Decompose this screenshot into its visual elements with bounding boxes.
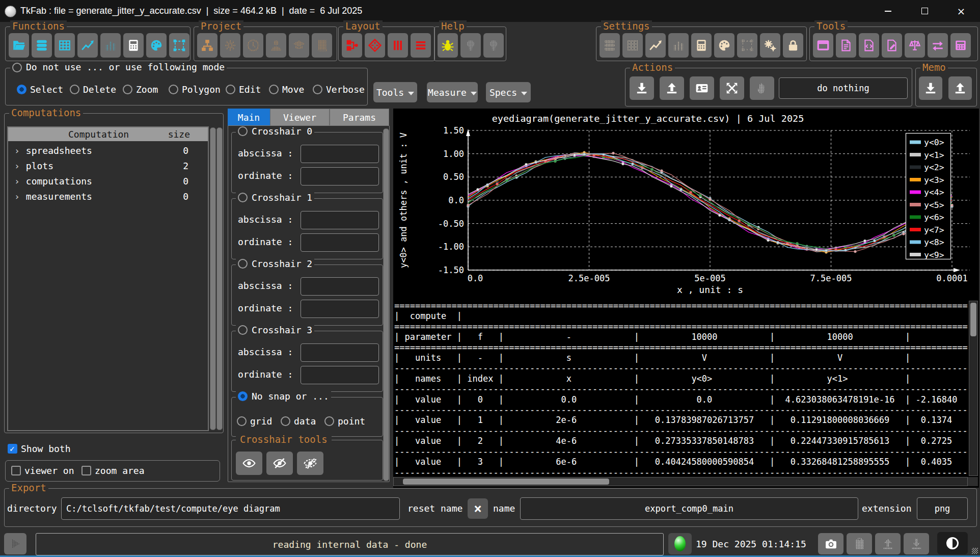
status-clipboard-button[interactable] [847,533,872,554]
horizontal-bars-button[interactable] [411,33,431,58]
tree-item-spreadsheets[interactable]: ›spreadsheets0 [8,143,208,158]
close-button[interactable]: × [950,0,972,22]
action-hand-button[interactable] [750,76,774,100]
clock-button[interactable] [243,33,263,58]
tab-main[interactable]: Main [228,109,270,126]
viewer-on-checkbox[interactable] [11,466,21,475]
mode-radio-zoom[interactable] [123,85,132,94]
do-not-use-radio[interactable] [12,63,22,72]
crosshair-2-ordinate-input[interactable] [301,300,379,318]
eye-off-button[interactable] [266,452,293,475]
crosshair-3-ordinate-input[interactable] [301,366,379,384]
crosshair-3-abscissa-input[interactable] [301,343,379,362]
tree-item-computations[interactable]: ›computations0 [8,173,208,189]
line-chart-button[interactable] [645,33,666,58]
snap-option-grid[interactable]: grid [237,416,272,427]
gears-button[interactable] [760,33,780,58]
mode-option-delete[interactable]: Delete [70,84,116,95]
code-document-button[interactable] [859,33,879,58]
status-message-field[interactable]: reading internal data - done [36,533,664,555]
bug-button[interactable] [438,33,458,58]
chevron-right-icon[interactable]: › [14,191,20,202]
action-id-card-button[interactable] [690,76,714,100]
lightbulb-button[interactable] [483,33,504,58]
chevron-right-icon[interactable]: › [14,176,20,187]
book-button[interactable] [312,33,332,58]
reset-name-button[interactable]: × [468,498,488,519]
run-button[interactable] [4,533,26,554]
table-calc-button[interactable] [950,33,971,58]
eye-button[interactable] [236,452,262,475]
crosshair-1-ordinate-input[interactable] [301,233,379,252]
dropdown-specs[interactable]: Specs [486,82,531,102]
crosshair-1-abscissa-input[interactable] [301,211,379,229]
crosshair-0-radio[interactable] [238,126,248,136]
selection-frame-button[interactable] [737,33,757,58]
computations-tree[interactable]: Computation size ›spreadsheets0›plots2›c… [7,126,209,431]
snap-option-data[interactable]: data [281,416,316,427]
snap-radio-data[interactable] [281,416,290,426]
person-button[interactable] [266,33,286,58]
tree-item-measurements[interactable]: ›measurements0 [8,189,208,204]
mode-radio-select[interactable] [17,85,26,94]
graduation-cap-button[interactable] [289,33,309,58]
mode-option-move[interactable]: Move [269,84,304,95]
chevron-right-icon[interactable]: › [14,161,20,171]
extension-input[interactable]: png [917,497,968,520]
maximize-button[interactable] [913,0,936,22]
led-indicator-button[interactable] [668,533,692,554]
status-upload-button[interactable] [875,533,901,554]
folder-open-button[interactable] [9,33,29,58]
zoom-area-checkbox[interactable] [81,466,91,475]
target-button[interactable] [365,33,385,58]
memo-upload-button[interactable] [948,76,972,100]
snap-radio-grid[interactable] [237,416,247,426]
table-horizontal-scrollbar[interactable] [393,477,968,486]
crosshair-1-radio[interactable] [238,193,248,202]
snap-radio-point[interactable] [324,416,334,426]
dropdown-tools[interactable]: Tools [373,82,417,102]
action-upload-button[interactable] [660,76,684,100]
window-button[interactable] [813,33,833,58]
mode-option-verbose[interactable]: Verbose [313,84,365,95]
crosshair-0-abscissa-input[interactable] [301,145,379,163]
contrast-toggle-button[interactable] [937,532,968,554]
layout-tree-button[interactable] [342,33,362,58]
resize-grip[interactable] [972,548,978,554]
calculator-button[interactable] [123,33,144,58]
org-tree-button[interactable] [197,33,217,58]
swap-arrows-button[interactable] [928,33,948,58]
scales-button[interactable] [905,33,925,58]
palette-button[interactable] [714,33,734,58]
crosshair-panel-scrollbar[interactable] [383,128,389,481]
tree-item-plots[interactable]: ›plots2 [8,158,208,173]
crosshair-2-radio[interactable] [238,259,248,269]
directory-input[interactable]: C:/tclsoft/tkfab/test/compute/eye diagra… [61,497,400,520]
line-chart-button[interactable] [77,33,98,58]
table-vertical-scrollbar[interactable] [969,301,978,476]
palette-button[interactable] [146,33,167,58]
bar-chart-button[interactable] [668,33,689,58]
status-download-button[interactable] [904,533,929,554]
chevron-right-icon[interactable]: › [14,145,20,156]
export-name-input[interactable]: export_comp0_main [520,497,858,520]
bar-chart-button[interactable] [100,33,121,58]
mode-radio-delete[interactable] [70,85,79,94]
edit-document-button[interactable] [882,33,902,58]
mode-option-zoom[interactable]: Zoom [123,84,158,95]
gear-button[interactable] [220,33,240,58]
mode-option-polygon[interactable]: Polygon [169,84,221,95]
mode-radio-verbose[interactable] [313,85,322,94]
mode-radio-move[interactable] [269,85,279,94]
mode-radio-edit[interactable] [226,85,235,94]
mode-option-edit[interactable]: Edit [226,84,261,95]
status-camera-button[interactable] [818,533,843,554]
crosshair-3-radio[interactable] [238,325,248,335]
tab-params[interactable]: Params [330,109,389,126]
eye-off-dashed-button[interactable] [297,452,323,475]
selection-frame-button[interactable] [169,33,189,58]
snap-option-point[interactable]: point [324,416,365,427]
action-expand-button[interactable] [720,76,744,100]
panel-sash[interactable] [216,127,223,430]
database-button[interactable] [600,33,620,58]
